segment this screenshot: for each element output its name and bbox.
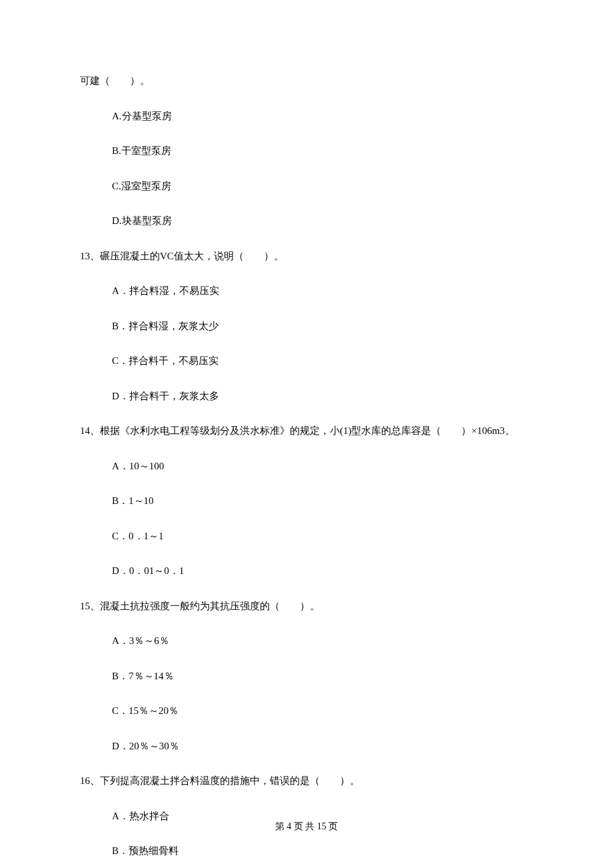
option-14-C: C．0．1～1 (112, 529, 533, 544)
question-15-stem: 15、混凝土抗拉强度一般约为其抗压强度的（ ）。 (80, 599, 533, 614)
option-15-D: D．20％～30％ (112, 739, 533, 754)
option-12-C: C.湿室型泵房 (112, 179, 533, 194)
option-13-B: B．拌合料湿，灰浆太少 (112, 319, 533, 334)
option-13-A: A．拌合料湿，不易压实 (112, 283, 533, 299)
question-13-stem: 13、碾压混凝土的VC值太大，说明（ ）。 (80, 249, 533, 264)
option-14-B: B．1～10 (112, 493, 533, 509)
question-16-stem: 16、下列提高混凝土拌合料温度的措施中，错误的是（ ）。 (80, 773, 533, 789)
option-12-B: B.干室型泵房 (112, 143, 533, 159)
page-footer: 第 4 页 共 15 页 (0, 819, 613, 833)
question-14-stem: 14、根据《水利水电工程等级划分及洪水标准》的规定，小(1)型水库的总库容是（ … (80, 423, 533, 439)
question-13-options: A．拌合料湿，不易压实 B．拌合料湿，灰浆太少 C．拌合料干，不易压实 D．拌合… (80, 283, 533, 403)
option-13-C: C．拌合料干，不易压实 (112, 353, 533, 369)
question-14-options: A．10～100 B．1～10 C．0．1～1 D．0．01～0．1 (80, 459, 533, 579)
option-15-B: B．7％～14％ (112, 669, 533, 684)
question-12-tail: 可建（ ）。 (80, 73, 533, 89)
option-16-B: B．预热细骨料 (112, 843, 533, 859)
option-12-D: D.块基型泵房 (112, 213, 533, 229)
question-16-options: A．热水拌合 B．预热细骨料 C．预热粗骨料 (80, 809, 533, 869)
option-15-A: A．3％～6％ (112, 633, 533, 649)
option-13-D: D．拌合料干，灰浆太多 (112, 389, 533, 404)
option-14-A: A．10～100 (112, 459, 533, 474)
option-15-C: C．15％～20％ (112, 703, 533, 719)
question-15-options: A．3％～6％ B．7％～14％ C．15％～20％ D．20％～30％ (80, 633, 533, 753)
question-12-options: A.分基型泵房 B.干室型泵房 C.湿室型泵房 D.块基型泵房 (80, 109, 533, 229)
option-12-A: A.分基型泵房 (112, 109, 533, 124)
option-14-D: D．0．01～0．1 (112, 563, 533, 579)
